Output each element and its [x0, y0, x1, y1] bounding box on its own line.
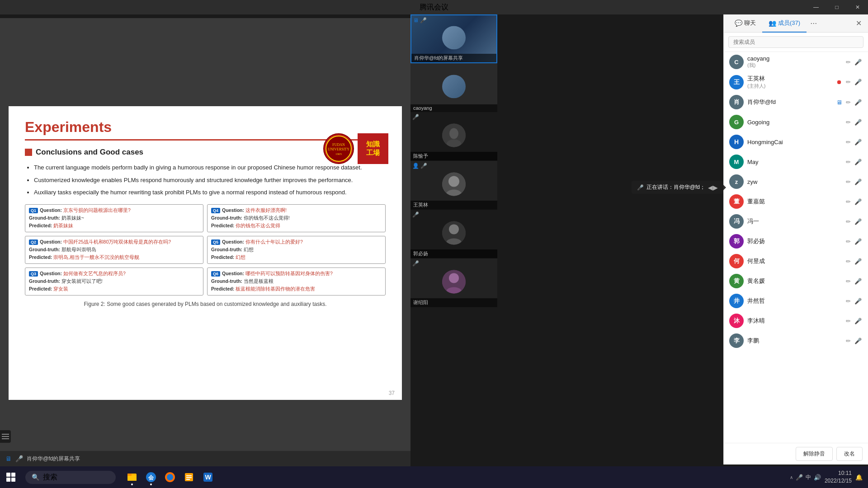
mic-icon-hongmingcai[interactable]: 🎤 — [854, 138, 863, 146]
edit-icon-guobiyang[interactable]: ✏ — [845, 237, 852, 246]
video-tile-5[interactable]: 🎤 郭必扬 — [410, 210, 497, 258]
panel-more-btn[interactable]: ··· — [807, 19, 821, 28]
chat-icon: 💬 — [735, 19, 742, 27]
minimize-button[interactable]: — — [806, 0, 826, 14]
time-display: 10:11 — [825, 469, 852, 477]
taskbar-firefox[interactable] — [161, 468, 179, 486]
edit-icon-fengyi[interactable]: ✏ — [845, 217, 852, 226]
member-info-jingranhe: 井然哲 — [747, 297, 841, 305]
qa-num-4: Q4 — [211, 208, 220, 213]
speaking-tooltip: 🎤 正在讲话：肖仰华@fd； ◀▶ — [632, 181, 723, 194]
maximize-button[interactable]: □ — [826, 0, 847, 14]
edit-icon-caoyang[interactable]: ✏ — [845, 58, 852, 66]
member-info-zyw: zyw — [747, 178, 841, 185]
mic-icon-limuqing[interactable]: 🎤 — [854, 317, 863, 325]
share-name: 肖仰华@fd的屏幕共享 — [27, 455, 80, 463]
member-item-caoyang: C caoyang (我) ✏ 🎤 — [724, 52, 868, 72]
taskbar-word[interactable]: W — [199, 468, 217, 486]
member-name-caoyang: caoyang — [747, 55, 841, 62]
taskbar-tencent-meeting[interactable]: 会 — [142, 468, 160, 486]
svg-text:1905: 1905 — [335, 152, 342, 156]
edit-icon-huangmingyuan[interactable]: ✏ — [845, 277, 852, 286]
mic-icon-guobiyang[interactable]: 🎤 — [854, 237, 863, 246]
rename-button[interactable]: 改名 — [836, 447, 863, 461]
mic-icon-may[interactable]: 🎤 — [854, 158, 863, 166]
mic-icon-caoyang[interactable]: 🎤 — [854, 58, 863, 66]
edit-icon-gogoing[interactable]: ✏ — [845, 118, 852, 127]
mic-sys-icon[interactable]: 🎤 — [796, 474, 803, 481]
mic-icon-xiaoyanghua[interactable]: 🎤 — [854, 98, 863, 107]
panel-footer: 解除静音 改名 — [724, 443, 868, 465]
os-search[interactable]: 🔍 搜索 — [25, 471, 116, 484]
titlebar-title: 腾讯会议 — [420, 3, 448, 12]
titlebar-controls: — □ ✕ — [806, 0, 868, 14]
member-item-may: M May ✏ 🎤 — [724, 152, 868, 172]
edit-icon-limuqing[interactable]: ✏ — [845, 317, 852, 325]
edit-icon-wangyinglin[interactable]: ✏ — [845, 78, 852, 86]
tab-chat[interactable]: 💬 聊天 — [728, 14, 762, 33]
member-info-guobiyang: 郭必扬 — [747, 237, 841, 245]
video-tile-1[interactable]: 🖥 🎤 肖仰华@fd的屏幕共享 — [410, 14, 497, 63]
start-button[interactable] — [0, 466, 22, 488]
video-tile-2-name: caoyang — [410, 104, 497, 112]
qa-num-5: Q5 — [211, 239, 220, 245]
notifications-icon[interactable]: 🔔 — [855, 474, 863, 481]
close-button[interactable]: ✕ — [847, 0, 868, 14]
member-search-input[interactable] — [728, 36, 863, 48]
edit-icon-may[interactable]: ✏ — [845, 158, 852, 166]
edit-icon-lipeng[interactable]: ✏ — [845, 337, 852, 345]
screen-icon-xiaoyanghua[interactable]: 🖥 — [835, 98, 843, 107]
member-info-huangmingyuan: 黄名媛 — [747, 277, 841, 285]
member-name-lipeng: 李鹏 — [747, 337, 841, 345]
edit-icon-hongmingcai[interactable]: ✏ — [845, 138, 852, 146]
unmute-all-button[interactable]: 解除静音 — [796, 447, 833, 461]
svg-rect-18 — [127, 474, 132, 476]
video-tile-3[interactable]: 🎤 陈愉予 — [410, 112, 497, 161]
video-tile-6[interactable]: 🎤 谢绍阳 — [410, 258, 497, 307]
tab-members[interactable]: 👥 成员(37) — [762, 14, 807, 33]
edit-icon-jingranhe[interactable]: ✏ — [845, 297, 852, 305]
member-role-wangyinglin: (主持人) — [747, 83, 832, 89]
mic-icon-dongjiayi[interactable]: 🎤 — [854, 197, 863, 206]
mic-icon-zyw[interactable]: 🎤 — [854, 178, 863, 186]
member-info-lipeng: 李鹏 — [747, 337, 841, 345]
taskbar-file-explorer[interactable] — [123, 468, 141, 486]
member-avatar-heyucheng: 何 — [729, 254, 744, 268]
taskbar-files[interactable] — [180, 468, 198, 486]
panel-close-btn[interactable]: ✕ — [854, 17, 863, 29]
mic-icon-lipeng[interactable]: 🎤 — [854, 337, 863, 345]
qa-num-3: Q3 — [29, 271, 38, 277]
video-tile-2[interactable]: caoyang — [410, 63, 497, 112]
expand-tray-icon[interactable]: ∧ — [790, 475, 793, 480]
member-info-heyucheng: 何昱成 — [747, 257, 841, 265]
mic-icon-jingranhe[interactable]: 🎤 — [854, 297, 863, 305]
member-item-huangmingyuan: 黄 黄名媛 ✏ 🎤 — [724, 271, 868, 291]
member-name-limuqing: 李沐晴 — [747, 317, 841, 325]
edit-icon-heyucheng[interactable]: ✏ — [845, 257, 852, 266]
rec-icon-wangyinglin[interactable]: ⏺ — [835, 78, 843, 86]
figure-caption: Figure 2: Some good cases generated by P… — [25, 301, 386, 307]
member-info-fengyi: 冯一 — [747, 217, 841, 225]
edit-icon-zyw[interactable]: ✏ — [845, 178, 852, 186]
member-item-guobiyang: 郭 郭必扬 ✏ 🎤 — [724, 231, 868, 251]
edit-icon-xiaoyanghua[interactable]: ✏ — [845, 98, 852, 107]
member-avatar-jingranhe: 井 — [729, 294, 744, 308]
video-tile-4-name: 王英林 — [410, 201, 497, 209]
video-tile-4[interactable]: 👤 🎤 王英林 — [410, 161, 497, 210]
member-avatar-xiaoyanghua: 肖 — [729, 95, 744, 109]
edit-icon-dongjiayi[interactable]: ✏ — [845, 197, 852, 206]
mic-icon-fengyi[interactable]: 🎤 — [854, 217, 863, 226]
member-avatar-limuqing: 沐 — [729, 314, 744, 328]
mic-icon-gogoing[interactable]: 🎤 — [854, 118, 863, 127]
svg-text:会: 会 — [148, 474, 154, 481]
mic-icon-wangyinglin[interactable]: 🎤 — [854, 78, 863, 86]
volume-icon[interactable]: 🔊 — [814, 474, 821, 481]
member-avatar-dongjiayi: 董 — [729, 194, 744, 209]
hamburger-menu[interactable] — [0, 430, 11, 443]
member-info-hongmingcai: HongmingCai — [747, 139, 841, 145]
mic-icon-heyucheng[interactable]: 🎤 — [854, 257, 863, 266]
svg-rect-24 — [186, 475, 192, 476]
app-active-dot — [131, 483, 133, 485]
lang-icon[interactable]: 中 — [806, 474, 811, 481]
mic-icon-huangmingyuan[interactable]: 🎤 — [854, 277, 863, 286]
